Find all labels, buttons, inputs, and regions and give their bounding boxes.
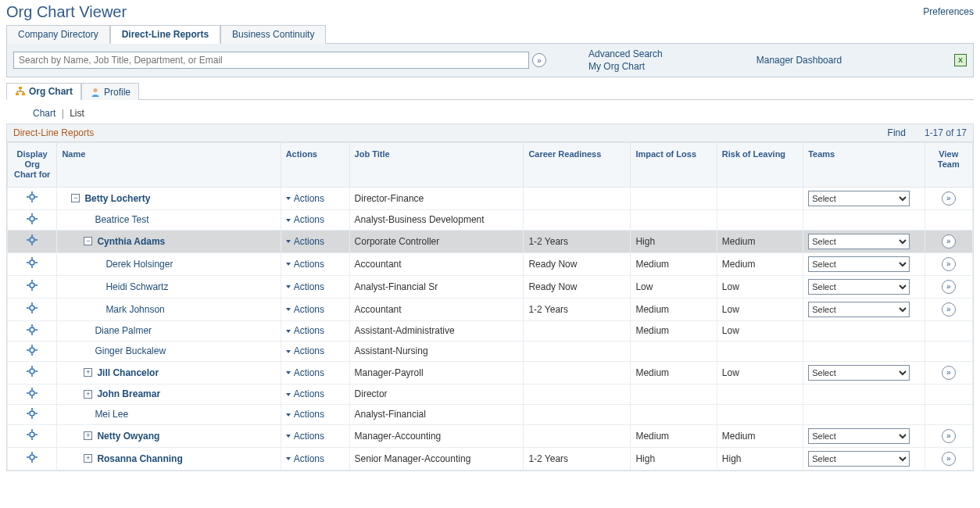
row-actions-menu[interactable]: Actions	[286, 367, 324, 378]
caret-down-icon	[286, 393, 291, 396]
teams-select[interactable]: Select	[808, 451, 910, 467]
focus-org-chart-icon[interactable]	[27, 302, 38, 313]
view-team-icon[interactable]: »	[942, 302, 956, 317]
view-team-icon[interactable]: »	[942, 234, 956, 249]
tab-business-continuity[interactable]: Business Continuity	[220, 25, 326, 44]
view-team-icon[interactable]: »	[942, 191, 956, 206]
col-header-impact[interactable]: Impact of Loss	[631, 143, 717, 188]
teams-select[interactable]: Select	[808, 279, 910, 295]
teams-select[interactable]: Select	[808, 302, 910, 317]
row-actions-menu[interactable]: Actions	[286, 388, 324, 399]
col-header-view[interactable]: View Team	[925, 143, 972, 188]
cell-career	[524, 424, 631, 447]
expand-icon[interactable]: +	[84, 454, 92, 463]
col-header-teams[interactable]: Teams	[803, 143, 925, 188]
cell-impact: Medium	[631, 361, 717, 384]
cell-impact	[631, 209, 717, 230]
caret-down-icon	[286, 413, 291, 417]
row-actions-menu[interactable]: Actions	[286, 431, 324, 442]
teams-select[interactable]: Select	[808, 256, 910, 272]
employee-name-link[interactable]: Derek Holsinger	[106, 259, 173, 270]
focus-org-chart-icon[interactable]	[27, 429, 38, 440]
viewmode-chart-link[interactable]: Chart	[33, 108, 55, 119]
row-actions-menu[interactable]: Actions	[286, 325, 324, 336]
cell-career: Ready Now	[524, 252, 631, 275]
col-header-name[interactable]: Name	[57, 143, 281, 188]
advanced-search-link[interactable]: Advanced Search	[588, 48, 663, 59]
focus-org-chart-icon[interactable]	[27, 452, 38, 463]
focus-org-chart-icon[interactable]	[27, 345, 38, 356]
table-row: Mark JohnsonActionsAccountant1-2 YearsMe…	[8, 298, 973, 320]
subtab-profile[interactable]: Profile	[81, 83, 139, 100]
view-team-icon[interactable]: »	[942, 280, 956, 294]
col-header-risk[interactable]: Risk of Leaving	[717, 143, 803, 188]
employee-name-link[interactable]: Rosanna Channing	[97, 453, 182, 464]
employee-name-link[interactable]: John Breamar	[97, 388, 160, 399]
row-actions-menu[interactable]: Actions	[286, 281, 324, 292]
col-header-career[interactable]: Career Readiness	[524, 143, 631, 188]
employee-name-link[interactable]: Cynthia Adams	[97, 236, 165, 247]
caret-down-icon	[286, 350, 291, 353]
focus-org-chart-icon[interactable]	[27, 324, 38, 335]
grid-find-link[interactable]: Find	[888, 127, 906, 138]
focus-org-chart-icon[interactable]	[27, 408, 38, 419]
cell-risk	[717, 384, 803, 404]
subtab-org-chart[interactable]: Org Chart	[6, 83, 81, 100]
col-header-job[interactable]: Job Title	[349, 143, 524, 188]
expand-icon[interactable]: +	[84, 390, 92, 399]
svg-point-5	[30, 216, 34, 221]
row-actions-menu[interactable]: Actions	[286, 259, 324, 270]
focus-org-chart-icon[interactable]	[27, 191, 38, 202]
teams-select[interactable]: Select	[808, 191, 910, 206]
focus-org-chart-icon[interactable]	[27, 213, 38, 224]
row-actions-menu[interactable]: Actions	[286, 304, 324, 315]
tab-direct-line-reports[interactable]: Direct-Line Reports	[110, 25, 220, 44]
view-team-icon[interactable]: »	[942, 429, 956, 443]
focus-org-chart-icon[interactable]	[27, 280, 38, 291]
teams-select[interactable]: Select	[808, 365, 910, 381]
row-actions-menu[interactable]: Actions	[286, 409, 324, 420]
expand-icon[interactable]: +	[84, 431, 92, 440]
row-actions-menu[interactable]: Actions	[286, 214, 324, 225]
employee-name-link[interactable]: Ginger Buckalew	[95, 345, 166, 356]
employee-name-link[interactable]: Diane Palmer	[95, 325, 152, 336]
row-actions-menu[interactable]: Actions	[286, 453, 324, 464]
my-org-chart-link[interactable]: My Org Chart	[588, 61, 663, 72]
svg-point-12	[30, 369, 34, 374]
cell-risk	[717, 404, 803, 424]
teams-select[interactable]: Select	[808, 234, 910, 249]
col-header-actions[interactable]: Actions	[281, 143, 349, 188]
grid-range-text: 1-17 of 17	[925, 127, 967, 138]
employee-name-link[interactable]: Betty Locherty	[84, 193, 150, 204]
employee-name-link[interactable]: Heidi Schwartz	[106, 281, 168, 292]
manager-dashboard-link[interactable]: Manager Dashboard	[756, 55, 842, 66]
search-input[interactable]	[13, 52, 529, 69]
export-excel-icon[interactable]: X	[954, 54, 967, 66]
collapse-icon[interactable]: −	[84, 237, 92, 245]
focus-org-chart-icon[interactable]	[27, 366, 38, 377]
collapse-icon[interactable]: −	[71, 194, 80, 202]
expand-icon[interactable]: +	[84, 368, 92, 377]
focus-org-chart-icon[interactable]	[27, 234, 38, 245]
row-actions-menu[interactable]: Actions	[286, 236, 324, 247]
view-mode-switch: Chart | List	[6, 100, 974, 123]
tab-company-directory[interactable]: Company Directory	[6, 25, 110, 44]
grid-scroll-area[interactable]: Display Org Chart for Name Actions Job T…	[7, 142, 973, 470]
teams-select[interactable]: Select	[808, 428, 910, 444]
row-actions-menu[interactable]: Actions	[286, 345, 324, 356]
row-actions-menu[interactable]: Actions	[286, 193, 324, 204]
view-team-icon[interactable]: »	[942, 452, 956, 466]
employee-name-link[interactable]: Jill Chancelor	[97, 367, 159, 378]
focus-org-chart-icon[interactable]	[27, 388, 38, 399]
search-go-icon[interactable]: »	[532, 53, 546, 67]
employee-name-link[interactable]: Beatrice Test	[95, 214, 148, 225]
employee-name-link[interactable]: Mei Lee	[95, 409, 128, 420]
view-team-icon[interactable]: »	[942, 366, 956, 380]
focus-org-chart-icon[interactable]	[27, 257, 38, 268]
employee-name-link[interactable]: Mark Johnson	[106, 304, 164, 315]
view-team-icon[interactable]: »	[942, 257, 956, 271]
preferences-link[interactable]: Preferences	[923, 3, 974, 17]
col-header-display[interactable]: Display Org Chart for	[8, 143, 57, 188]
employee-name-link[interactable]: Netty Owyang	[97, 431, 159, 442]
grid-header-bar: Direct-Line Reports Find 1-17 of 17	[6, 123, 974, 141]
